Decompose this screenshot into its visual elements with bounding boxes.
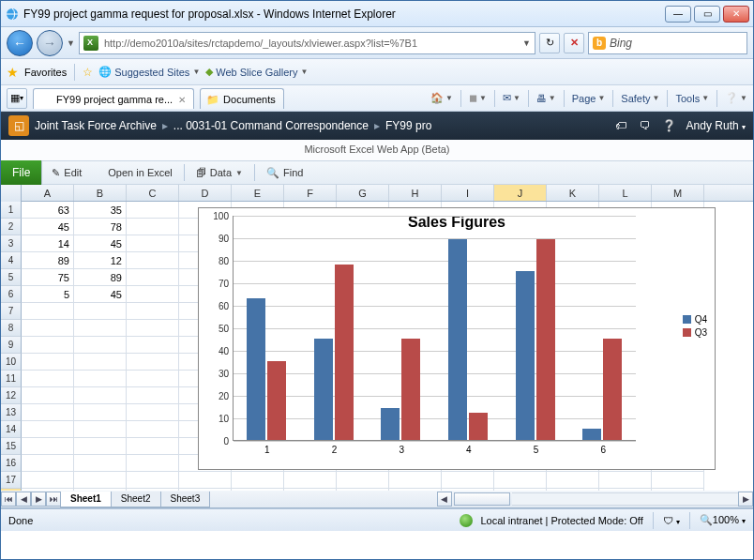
cell[interactable] [179, 472, 232, 489]
cell[interactable] [22, 371, 74, 387]
cell[interactable]: 45 [22, 219, 74, 235]
hscroll-right-button[interactable]: ▶ [738, 492, 753, 507]
cell[interactable]: 89 [22, 252, 74, 269]
cell[interactable] [22, 421, 74, 438]
row-header[interactable]: 5 [1, 269, 22, 286]
breadcrumb-3[interactable]: FY99 pro [385, 119, 431, 132]
cell[interactable] [337, 472, 389, 489]
row-header[interactable]: 16 [1, 455, 22, 472]
cell[interactable]: 63 [22, 202, 74, 219]
cell[interactable]: 75 [22, 269, 74, 286]
protected-mode-button[interactable]: 🛡 ▾ [663, 515, 680, 526]
address-input[interactable] [102, 36, 519, 51]
cell[interactable] [127, 387, 179, 404]
cell[interactable]: 45 [74, 235, 127, 252]
cell[interactable] [652, 472, 704, 489]
col-header-B[interactable]: B [74, 185, 127, 201]
first-sheet-button[interactable]: ⏮ [1, 492, 16, 507]
cell[interactable] [494, 472, 547, 489]
cell[interactable] [74, 371, 127, 387]
cell[interactable] [127, 337, 179, 354]
notes-icon[interactable]: 🗨 [638, 118, 653, 133]
cell[interactable] [127, 235, 179, 252]
feeds-button[interactable]: ◼▼ [469, 92, 487, 104]
cell[interactable] [547, 472, 599, 489]
sheet-tab-1[interactable]: Sheet1 [60, 492, 112, 507]
zoom-control[interactable]: 🔍100% ▾ [700, 514, 746, 526]
cell[interactable] [22, 404, 74, 421]
cell[interactable] [74, 455, 127, 472]
cell[interactable] [22, 354, 74, 371]
cell[interactable]: 89 [74, 269, 127, 286]
cell[interactable] [22, 472, 74, 489]
row-header[interactable]: 14 [1, 421, 22, 438]
refresh-button[interactable]: ↻ [539, 33, 560, 53]
favorites-label[interactable]: Favorites [24, 67, 67, 78]
col-header-D[interactable]: D [179, 185, 232, 201]
cell[interactable] [22, 337, 74, 354]
col-header-A[interactable]: A [22, 185, 74, 201]
cell[interactable] [127, 303, 179, 320]
help-button[interactable]: ❔▼ [725, 92, 747, 104]
address-bar[interactable]: ▼ [79, 32, 535, 54]
worksheet-area[interactable]: ABCDEFGHIJKLM 16335245783144548912575896… [1, 185, 753, 508]
breadcrumb-1[interactable]: Joint Task Force Archive [35, 119, 157, 132]
address-dropdown-icon[interactable]: ▼ [519, 38, 535, 48]
cell[interactable] [127, 320, 179, 337]
safety-menu[interactable]: Safety▼ [621, 93, 659, 104]
tag-icon[interactable]: 🏷 [613, 118, 628, 133]
cell[interactable]: 45 [74, 286, 127, 303]
cell[interactable] [127, 404, 179, 421]
cell[interactable] [22, 455, 74, 472]
cell[interactable] [74, 387, 127, 404]
cell[interactable]: 14 [22, 235, 74, 252]
cell[interactable] [74, 438, 127, 455]
quick-tabs-button[interactable]: ▦▾ [7, 88, 27, 109]
find-button[interactable]: 🔍Find [266, 167, 303, 179]
print-button[interactable]: 🖶▼ [536, 93, 556, 104]
cell[interactable] [22, 387, 74, 404]
cell[interactable] [127, 472, 179, 489]
cell[interactable] [389, 472, 442, 489]
col-header-I[interactable]: I [442, 185, 494, 201]
cell[interactable] [74, 472, 127, 489]
file-menu[interactable]: File [1, 160, 42, 185]
cell[interactable] [127, 421, 179, 438]
row-header[interactable]: 8 [1, 320, 22, 337]
cell[interactable] [74, 337, 127, 354]
tab-documents[interactable]: 📁 Documents [200, 88, 284, 109]
read-mail-button[interactable]: ✉▼ [503, 92, 520, 104]
breadcrumb-2[interactable]: ... 0031-01 Command Correspondence [173, 119, 369, 132]
cell[interactable] [127, 438, 179, 455]
tools-menu[interactable]: Tools▼ [675, 93, 709, 104]
row-header[interactable]: 9 [1, 337, 22, 354]
cell[interactable] [599, 472, 652, 489]
cell[interactable]: 35 [74, 202, 127, 219]
col-header-L[interactable]: L [599, 185, 652, 201]
col-header-M[interactable]: M [652, 185, 704, 201]
cell[interactable] [22, 303, 74, 320]
edit-button[interactable]: ✎Edit [52, 167, 82, 179]
tab-fy99-project[interactable]: FY99 project gamma re... ✕ [33, 88, 194, 109]
last-sheet-button[interactable]: ⏭ [46, 492, 61, 507]
cell[interactable]: 12 [74, 252, 127, 269]
row-header[interactable]: 1 [1, 202, 22, 219]
next-sheet-button[interactable]: ▶ [31, 492, 46, 507]
tab-close-icon[interactable]: ✕ [178, 95, 186, 105]
web-slice-link[interactable]: ◆Web Slice Gallery▼ [205, 66, 308, 78]
home-button[interactable]: 🏠▼ [430, 92, 453, 104]
row-header[interactable]: 4 [1, 252, 22, 269]
cell[interactable] [127, 371, 179, 387]
col-header-K[interactable]: K [547, 185, 599, 201]
row-header[interactable]: 3 [1, 235, 22, 252]
favorites-star-icon[interactable]: ★ [7, 65, 19, 80]
cell[interactable] [74, 421, 127, 438]
prev-sheet-button[interactable]: ◀ [16, 492, 31, 507]
cell[interactable] [127, 269, 179, 286]
cell[interactable] [127, 202, 179, 219]
sp-help-icon[interactable]: ❔ [662, 118, 677, 133]
recent-dropdown-icon[interactable]: ▼ [67, 38, 75, 48]
cell[interactable] [127, 219, 179, 235]
row-header[interactable]: 10 [1, 354, 22, 371]
col-header-F[interactable]: F [284, 185, 337, 201]
